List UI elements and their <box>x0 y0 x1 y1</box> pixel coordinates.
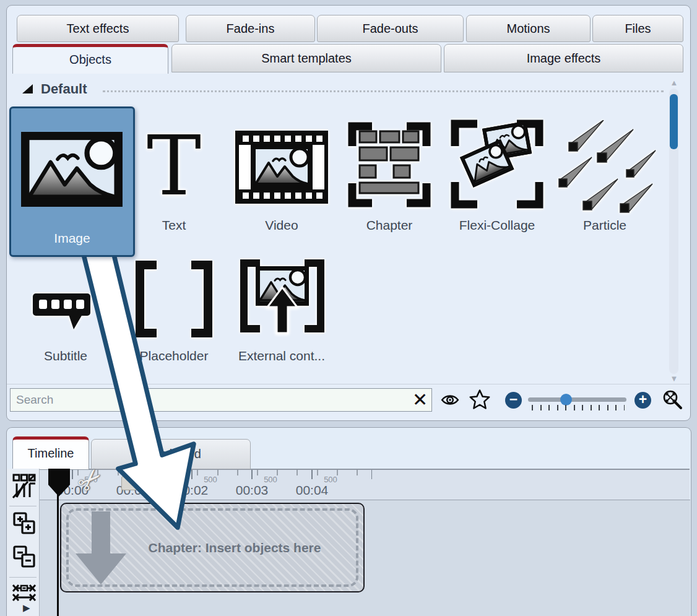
zoom-out-button[interactable]: − <box>505 392 522 409</box>
zoom-in-button[interactable]: + <box>634 392 651 409</box>
tile-chapter[interactable]: Chapter <box>334 218 445 233</box>
ruler-time-label: 00:03 <box>227 483 277 498</box>
scrollbar-thumb[interactable] <box>670 94 678 149</box>
collapse-all-icon[interactable] <box>12 544 37 569</box>
scroll-down-icon[interactable]: ▼ <box>669 374 679 383</box>
chapter-dropzone[interactable]: Chapter: Insert objects here <box>60 503 365 592</box>
video-icon[interactable] <box>235 131 328 204</box>
playhead-marker[interactable] <box>48 468 71 498</box>
scroll-up-icon[interactable]: ▲ <box>669 78 679 87</box>
tile-text[interactable]: Text <box>118 218 230 233</box>
toolbar-divider <box>9 577 37 578</box>
chapter-icon[interactable] <box>347 121 431 208</box>
tile-video[interactable]: Video <box>226 218 337 233</box>
tile-placeholder[interactable]: Placeholder <box>118 349 230 363</box>
drop-position-indicator <box>121 476 139 490</box>
tile-label: Image <box>11 231 133 246</box>
ruler-time-label: 00:04 <box>287 483 337 498</box>
expand-all-icon[interactable] <box>12 511 37 536</box>
search-input[interactable] <box>10 388 432 412</box>
fit-range-icon[interactable] <box>12 581 37 605</box>
tab-image-effects[interactable]: Image effects <box>444 44 683 72</box>
dropzone-label: Chapter: Insert objects here <box>117 540 352 555</box>
size-slider-track[interactable] <box>528 397 626 402</box>
group-header-default[interactable]: Default <box>41 81 87 97</box>
tile-image[interactable]: Image <box>9 106 135 257</box>
tab-files[interactable]: Files <box>592 15 683 42</box>
ruler-time-label: 00:02 <box>167 483 217 498</box>
tile-external-content[interactable]: External cont... <box>226 349 337 363</box>
toolbar-divider <box>9 506 37 506</box>
tab-storyboard[interactable]: Storyboard <box>91 439 251 469</box>
tab-timeline[interactable]: Timeline <box>12 436 89 469</box>
collapse-triangle-icon[interactable] <box>22 84 33 94</box>
text-icon[interactable]: T <box>147 125 201 207</box>
eye-icon[interactable] <box>441 393 459 407</box>
size-slider-ticks <box>532 405 625 410</box>
subtitle-icon[interactable] <box>29 286 102 333</box>
app-window: Text effects Fade-ins Fade-outs Motions … <box>0 0 697 616</box>
search-row-divider <box>7 384 690 384</box>
size-slider-thumb[interactable] <box>560 394 572 406</box>
flexi-collage-icon[interactable] <box>450 119 544 209</box>
tile-particle[interactable]: Particle <box>549 218 660 233</box>
clear-search-icon[interactable]: ✕ <box>412 389 428 410</box>
tile-subtitle[interactable]: Subtitle <box>10 349 121 363</box>
placeholder-icon[interactable] <box>132 260 215 338</box>
favorites-star-icon[interactable] <box>469 389 490 410</box>
tab-objects[interactable]: Objects <box>12 44 168 74</box>
tab-smart-templates[interactable]: Smart templates <box>171 44 441 72</box>
tab-fade-outs[interactable]: Fade-outs <box>317 15 464 42</box>
toolbar-expand-icon[interactable]: ▶ <box>23 602 30 614</box>
image-icon <box>21 132 123 207</box>
tab-text-effects[interactable]: Text effects <box>17 15 179 42</box>
tab-motions[interactable]: Motions <box>466 15 591 42</box>
group-rule <box>103 90 664 92</box>
particle-icon[interactable] <box>554 120 659 219</box>
playhead-line <box>57 469 59 616</box>
tab-fade-ins[interactable]: Fade-ins <box>186 15 315 42</box>
timeline-toolbar: ▶ <box>7 469 40 616</box>
reset-zoom-icon[interactable] <box>662 389 683 410</box>
tile-flexi-collage[interactable]: Flexi-Collage <box>441 218 553 233</box>
manage-tracks-icon[interactable] <box>12 473 37 499</box>
external-content-icon[interactable] <box>239 259 326 338</box>
